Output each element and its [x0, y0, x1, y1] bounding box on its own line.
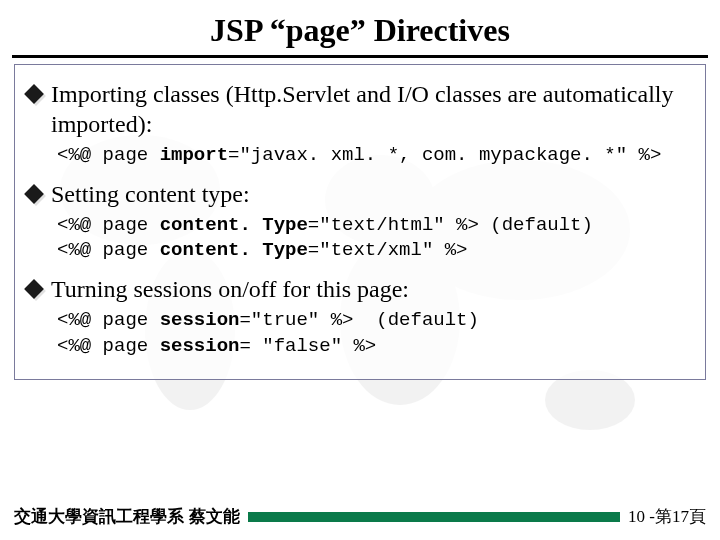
bullet-item: Setting content type:	[21, 179, 699, 209]
bullet-item: Importing classes (Http.Servlet and I/O …	[21, 79, 699, 139]
code-rest: ="text/html" %> (default)	[308, 214, 593, 236]
code-keyword: content. Type	[160, 214, 308, 236]
code-keyword: import	[160, 144, 228, 166]
title-underline	[12, 55, 708, 58]
code-open: <%@ page	[57, 144, 160, 166]
code-rest: ="true" %> (default)	[239, 309, 478, 331]
code-rest: = "false" %>	[239, 335, 376, 357]
code-open: <%@ page	[57, 239, 160, 261]
bullet-item: Turning sessions on/off for this page:	[21, 274, 699, 304]
code-rest: ="javax. xml. *, com. mypackage. *" %>	[228, 144, 661, 166]
code-block: <%@ page content. Type="text/html" %> (d…	[57, 213, 699, 264]
slide-title: JSP “page” Directives	[0, 0, 720, 55]
bullet-text: Setting content type:	[51, 179, 250, 209]
footer: 交通大學資訊工程學系 蔡文能 10 -第17頁	[0, 505, 720, 528]
code-block: <%@ page session="true" %> (default) <%@…	[57, 308, 699, 359]
slide: JSP “page” Directives Importing classes …	[0, 0, 720, 540]
code-keyword: session	[160, 335, 240, 357]
code-keyword: session	[160, 309, 240, 331]
code-rest: ="text/xml" %>	[308, 239, 468, 261]
bullet-text: Importing classes (Http.Servlet and I/O …	[51, 79, 699, 139]
diamond-bullet-icon	[25, 85, 43, 103]
code-open: <%@ page	[57, 335, 160, 357]
footer-author: 交通大學資訊工程學系 蔡文能	[14, 505, 240, 528]
diamond-bullet-icon	[25, 280, 43, 298]
code-open: <%@ page	[57, 309, 160, 331]
bullet-text: Turning sessions on/off for this page:	[51, 274, 409, 304]
content-box: Importing classes (Http.Servlet and I/O …	[14, 64, 706, 380]
code-keyword: content. Type	[160, 239, 308, 261]
footer-bar	[248, 512, 620, 522]
code-open: <%@ page	[57, 214, 160, 236]
footer-page-number: 10 -第17頁	[628, 505, 706, 528]
diamond-bullet-icon	[25, 185, 43, 203]
code-block: <%@ page import="javax. xml. *, com. myp…	[57, 143, 699, 169]
